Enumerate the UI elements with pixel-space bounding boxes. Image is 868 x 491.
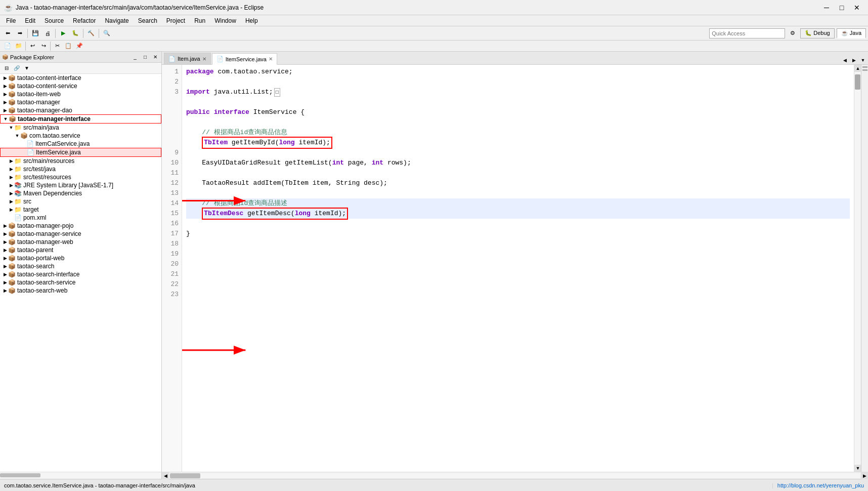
- close-button[interactable]: ✕: [850, 2, 864, 13]
- quick-access-input[interactable]: [709, 28, 785, 38]
- menu-refactor[interactable]: Refactor: [69, 16, 100, 25]
- toolbar-print[interactable]: 🖨: [42, 28, 53, 39]
- toolbar-new[interactable]: 📄: [2, 40, 13, 52]
- minimize-button[interactable]: ─: [819, 2, 834, 13]
- tree-item-com-taotao-service[interactable]: ▼ 📦 com.taotao.service: [0, 132, 161, 140]
- panel-maximize-btn[interactable]: □: [141, 53, 149, 61]
- menu-source[interactable]: Source: [40, 16, 68, 25]
- tree-item-taotao-search-web[interactable]: ▶ 📦 taotao-search-web: [0, 287, 161, 295]
- toolbar-save[interactable]: 💾: [30, 28, 41, 39]
- secondary-toolbar: 📄 📁 ↩ ↪ ✂ 📋 📌: [0, 40, 868, 52]
- panel-close-btn[interactable]: ✕: [151, 53, 159, 61]
- toolbar-perspective-settings[interactable]: ⚙: [787, 28, 798, 39]
- tree-item-taotao-manager[interactable]: ▶ 📦 taotao-manager: [0, 98, 161, 106]
- menu-navigate[interactable]: Navigate: [101, 16, 133, 25]
- tab-item-java[interactable]: 📄 Item.java ✕: [164, 53, 211, 64]
- tree-item-taotao-manager-web[interactable]: ▶ 📦 taotao-manager-web: [0, 238, 161, 246]
- menu-edit[interactable]: Edit: [21, 16, 39, 25]
- tree-item-taotao-search[interactable]: ▶ 📦 taotao-search: [0, 262, 161, 270]
- code-content[interactable]: package com.taotao.service; import java.…: [182, 65, 854, 472]
- tree-item-src-main-java[interactable]: ▼ 📁 src/main/java: [0, 124, 161, 132]
- tree-item-src-test-resources[interactable]: ▶ 📁 src/test/resources: [0, 173, 161, 181]
- toolbar-build[interactable]: 🔨: [85, 28, 97, 39]
- toolbar-forward[interactable]: ➡: [14, 28, 25, 39]
- tree-arrow: ▶: [2, 100, 8, 105]
- editor-vscroll[interactable]: ▲ ▼: [854, 65, 861, 472]
- toolbar-redo[interactable]: ↪: [38, 40, 49, 52]
- hscroll-right-btn[interactable]: ▶: [861, 472, 868, 479]
- tab-label: Item.java: [178, 56, 200, 62]
- hscroll-left-btn[interactable]: ◀: [162, 472, 169, 479]
- menu-project[interactable]: Project: [162, 16, 189, 25]
- tree-item-taotao-parent[interactable]: ▶ 📦 taotao-parent: [0, 246, 161, 254]
- panel-minimize-btn[interactable]: _: [131, 53, 139, 61]
- explorer-hscroll[interactable]: [0, 472, 161, 479]
- tab-scroll-left[interactable]: ◀: [841, 56, 849, 64]
- tab-close-active-btn[interactable]: ✕: [269, 56, 273, 62]
- tree-item-maven-deps[interactable]: ▶ 📚 Maven Dependencies: [0, 189, 161, 197]
- vscroll-thumb[interactable]: [855, 74, 860, 90]
- toolbar-undo[interactable]: ↩: [27, 40, 38, 52]
- project-icon: 📦: [8, 271, 16, 278]
- editor-hscroll[interactable]: ◀ ▶: [162, 472, 868, 479]
- toolbar-paste[interactable]: 📌: [74, 40, 85, 52]
- tree-item-src[interactable]: ▶ 📁 src: [0, 197, 161, 206]
- tree-item-taotao-portal-web[interactable]: ▶ 📦 taotao-portal-web: [0, 254, 161, 262]
- vscroll-up-btn[interactable]: ▲: [854, 65, 861, 72]
- library-icon: 📚: [14, 190, 22, 197]
- folder-icon: 📁: [14, 206, 22, 213]
- hscroll-thumb[interactable]: [170, 473, 200, 478]
- explorer-settings-btn[interactable]: ▼: [22, 64, 31, 73]
- project-tree[interactable]: ▶ 📦 taotao-content-interface ▶ 📦 taotao-…: [0, 74, 161, 472]
- toolbar-search[interactable]: 🔍: [101, 28, 112, 39]
- line-num-22: 22: [162, 279, 179, 290]
- collapse-all-btn[interactable]: ⊟: [2, 64, 11, 73]
- maximize-button[interactable]: □: [835, 2, 849, 13]
- tree-item-taotao-manager-dao[interactable]: ▶ 📦 taotao-manager-dao: [0, 106, 161, 114]
- code-line-21: [186, 219, 850, 229]
- tree-item-target[interactable]: ▶ 📁 target: [0, 206, 161, 214]
- tree-arrow: ▶: [2, 231, 8, 236]
- line-num-19: 19: [162, 249, 179, 259]
- menu-help[interactable]: Help: [241, 16, 262, 25]
- perspective-debug[interactable]: 🐛 Debug: [800, 28, 834, 38]
- toolbar-cut[interactable]: ✂: [52, 40, 63, 52]
- tree-item-taotao-content-interface[interactable]: ▶ 📦 taotao-content-interface: [0, 74, 161, 82]
- tree-item-jre[interactable]: ▶ 📚 JRE System Library [JavaSE-1.7]: [0, 181, 161, 189]
- tree-item-taotao-search-interface[interactable]: ▶ 📦 taotao-search-interface: [0, 270, 161, 278]
- tree-item-ItemService[interactable]: 📄 ItemService.java: [0, 148, 161, 157]
- hscroll-track[interactable]: [170, 473, 860, 478]
- tree-item-taotao-manager-pojo[interactable]: ▶ 📦 taotao-manager-pojo: [0, 222, 161, 230]
- toolbar-run[interactable]: ▶: [58, 28, 69, 39]
- menu-file[interactable]: File: [2, 16, 20, 25]
- tree-item-taotao-manager-interface[interactable]: ▼ 📦 taotao-manager-interface: [0, 114, 161, 124]
- tree-item-taotao-content-service[interactable]: ▶ 📦 taotao-content-service: [0, 82, 161, 90]
- tree-item-src-main-resources[interactable]: ▶ 📁 src/main/resources: [0, 157, 161, 165]
- tree-item-pom[interactable]: 📄 pom.xml: [0, 214, 161, 222]
- tree-item-taotao-search-service[interactable]: ▶ 📦 taotao-search-service: [0, 278, 161, 287]
- toolbar-back[interactable]: ⬅: [2, 28, 13, 39]
- tab-menu-btn[interactable]: ▼: [859, 56, 867, 64]
- vscroll-track[interactable]: [854, 72, 861, 465]
- code-editor[interactable]: 1 2 3 4 5 6 7 8 9 10 11 12 13 14 15 16 1: [162, 65, 861, 472]
- folder-icon: 📁: [14, 124, 22, 131]
- tab-close-btn[interactable]: ✕: [202, 56, 206, 62]
- tree-item-ItemCatService[interactable]: 📄 ItemCatService.java: [0, 140, 161, 148]
- toolbar-copy[interactable]: 📋: [63, 40, 74, 52]
- tab-itemservice-java[interactable]: 📄 ItemService.java ✕: [212, 53, 277, 65]
- menu-run[interactable]: Run: [190, 16, 209, 25]
- link-with-editor-btn[interactable]: 🔗: [12, 64, 21, 73]
- tab-scroll-right[interactable]: ▶: [850, 56, 858, 64]
- perspective-java[interactable]: ☕ Java: [837, 28, 866, 38]
- tree-item-taotao-item-web[interactable]: ▶ 📦 taotao-item-web: [0, 90, 161, 98]
- code-line-11: [186, 117, 850, 128]
- toolbar-open[interactable]: 📁: [13, 40, 24, 52]
- toolbar-debug[interactable]: 🐛: [70, 28, 81, 39]
- menu-search[interactable]: Search: [134, 16, 161, 25]
- tree-item-src-test-java[interactable]: ▶ 📁 src/test/java: [0, 165, 161, 173]
- explorer-hscroll-thumb[interactable]: [0, 473, 40, 477]
- tree-item-taotao-manager-service[interactable]: ▶ 📦 taotao-manager-service: [0, 230, 161, 238]
- project-icon: 📦: [8, 238, 16, 246]
- menu-window[interactable]: Window: [210, 16, 240, 25]
- vscroll-down-btn[interactable]: ▼: [854, 465, 861, 472]
